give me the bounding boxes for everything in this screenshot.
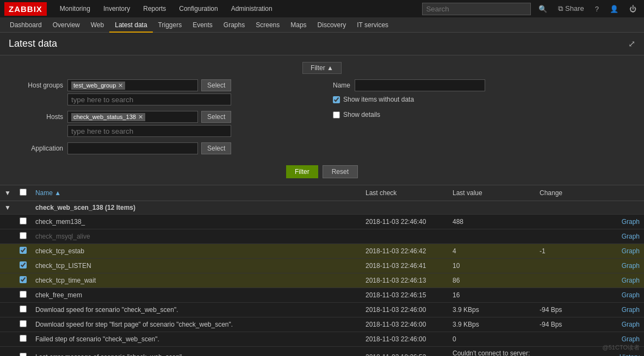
hostgroups-select-button[interactable]: Select [201,79,231,91]
hosts-select-button[interactable]: Select [201,111,231,123]
show-items-checkbox[interactable] [333,96,340,103]
hostgroups-tag-remove[interactable]: ✕ [118,82,123,89]
reset-button[interactable]: Reset [323,165,358,178]
row-checkbox[interactable] [20,320,27,327]
filter-application-row: Application Select [9,142,311,154]
row-checkbox[interactable] [20,261,27,268]
group-collapse-icon[interactable]: ▼ [4,189,11,197]
nav-monitoring[interactable]: Monitoring [53,0,97,17]
history-link[interactable]: History [620,353,640,356]
row-spacer [0,288,15,303]
row-checkbox[interactable] [20,305,27,313]
table-row: Last error message of scenario "check_we… [0,347,644,357]
subnav-maps[interactable]: Maps [285,17,312,33]
row-checkbox[interactable] [20,335,27,342]
filter-left: Host groups test_web_group ✕ Select [9,79,311,160]
filter-button[interactable]: Filter [286,165,318,178]
row-checkbox[interactable] [20,232,27,239]
graph-link[interactable]: Graph [622,233,640,240]
search-input[interactable] [422,3,531,15]
subnav-screens[interactable]: Screens [250,17,285,33]
row-spacer [0,332,15,347]
row-checkbox[interactable] [20,276,27,283]
user-icon[interactable]: 👤 [606,5,622,13]
application-input[interactable] [67,142,198,154]
hosts-input[interactable]: check_web_status_138 ✕ [67,111,198,123]
hosts-search-input[interactable] [67,125,231,137]
name-label: Name [333,82,350,89]
data-table: ▼ Name ▲ Last check Last value Change ▼ … [0,185,644,356]
row-change [535,332,600,347]
graph-link[interactable]: Graph [622,218,640,226]
nav-administration[interactable]: Administration [225,0,279,17]
nav-reports[interactable]: Reports [137,0,172,17]
share-icon[interactable]: ⧉ Share [555,4,587,13]
row-change [535,229,600,244]
hostgroups-input[interactable]: test_web_group ✕ [67,79,198,91]
subnav-graphs[interactable]: Graphs [218,17,250,33]
row-graph: Graph [600,317,644,332]
filter-toggle-button[interactable]: Filter ▲ [302,62,342,74]
graph-link[interactable]: Graph [622,335,640,343]
name-input[interactable] [355,79,485,91]
subnav-overview[interactable]: Overview [47,17,85,33]
row-checkbox[interactable] [20,353,27,356]
filter-hostgroups-row: Host groups test_web_group ✕ Select [9,79,311,105]
nav-configuration[interactable]: Configuration [172,0,224,17]
search-icon[interactable]: 🔍 [535,5,550,13]
graph-link[interactable]: Graph [622,291,640,299]
expand-icon[interactable]: ⤢ [628,39,635,49]
row-checkbox[interactable] [20,291,27,298]
table-section: ▼ Name ▲ Last check Last value Change ▼ … [0,185,644,356]
th-name[interactable]: Name ▲ [31,185,361,201]
group-toggle-cell[interactable]: ▼ [0,201,15,215]
row-checkbox-cell [15,229,31,244]
application-select-button[interactable]: Select [201,142,231,154]
row-name: Failed step of scenario "check_web_scen"… [31,332,361,347]
subnav-it-services[interactable]: IT services [351,17,394,33]
th-toggle: ▼ [0,185,15,201]
graph-link[interactable]: Graph [622,321,640,328]
table-row: Download speed for scenario "check_web_s… [0,303,644,317]
group-toggle-icon[interactable]: ▼ [4,204,11,211]
subnav-dashboard[interactable]: Dashboard [4,17,47,33]
hosts-tag-remove[interactable]: ✕ [138,114,143,121]
sub-navbar: Dashboard Overview Web Latest data Trigg… [0,17,644,33]
subnav-triggers[interactable]: Triggers [153,17,188,33]
subnav-latest-data[interactable]: Latest data [109,17,152,33]
subnav-web[interactable]: Web [85,17,109,33]
power-icon[interactable]: ⏻ [626,5,640,13]
row-name: check_tcp_estab [31,244,361,259]
graph-link[interactable]: Graph [622,277,640,284]
row-last-check: 2018-11-03 22:46:42 [361,244,448,259]
row-graph: Graph [600,244,644,259]
table-row: check_msyql_alive Graph [0,229,644,244]
row-last-value: 488 [448,215,535,229]
row-change [535,259,600,273]
row-checkbox[interactable] [20,247,27,254]
hostgroups-control: test_web_group ✕ Select [67,79,231,105]
nav-inventory[interactable]: Inventory [97,0,137,17]
table-row: check_tcp_time_wait 2018-11-03 22:46:13 … [0,273,644,288]
select-all-checkbox[interactable] [20,189,27,196]
table-row: check_tcp_LISTEN 2018-11-03 22:46:41 10 … [0,259,644,273]
subnav-events[interactable]: Events [187,17,218,33]
row-spacer [0,244,15,259]
row-name: check_tcp_time_wait [31,273,361,288]
graph-link[interactable]: Graph [622,247,640,255]
filter-right: Name Show items without data Show detail… [333,79,635,160]
row-spacer [0,229,15,244]
row-last-value: 4 [448,244,535,259]
row-checkbox[interactable] [20,217,27,224]
row-last-value: 3.9 KBps [448,317,535,332]
row-name: Download speed for scenario "check_web_s… [31,303,361,317]
hostgroups-search-input[interactable] [67,93,231,105]
help-icon[interactable]: ? [592,5,602,13]
row-last-value: 0 [448,332,535,347]
graph-link[interactable]: Graph [622,262,640,270]
subnav-discovery[interactable]: Discovery [312,17,352,33]
graph-link[interactable]: Graph [622,306,640,314]
row-last-value: 3.9 KBps [448,303,535,317]
show-details-checkbox[interactable] [333,111,340,118]
hosts-control: check_web_status_138 ✕ Select [67,111,231,137]
